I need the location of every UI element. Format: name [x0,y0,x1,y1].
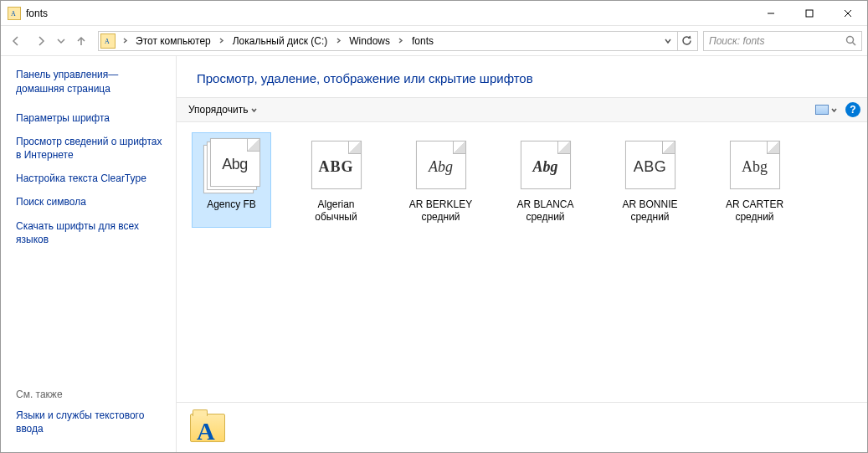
font-preview-icon: ABG [308,136,365,193]
chevron-down-icon [251,107,257,113]
font-item[interactable]: AbgAgency FB [192,132,271,228]
font-items-grid: AbgAgency FBABGAlgerian обычныйAbgAR BER… [177,122,867,402]
breadcrumb-windows[interactable]: Windows [346,32,393,50]
sidebar-link-font-info-online[interactable]: Просмотр сведений о шрифтах в Интернете [16,135,166,162]
font-preview-icon: Abg [413,136,470,193]
font-preview-icon: ABG [622,136,679,193]
font-item[interactable]: ABGAlgerian обычный [296,132,376,228]
font-preview-icon: Abg [203,136,260,193]
font-glyph: Abg [521,158,570,176]
address-history-dropdown[interactable] [660,32,675,50]
address-bar[interactable]: A Этот компьютер Локальный диск (C:) Win… [98,31,698,51]
organize-label: Упорядочить [188,104,248,116]
font-item[interactable]: AbgAR CARTER средний [715,132,794,228]
chevron-right-icon[interactable] [216,32,228,50]
font-preview-icon: Abg [517,136,574,193]
toolbar: Упорядочить ? [177,97,867,122]
sidebar-link-font-settings[interactable]: Параметры шрифта [16,111,166,125]
font-preview-icon: Abg [727,136,783,193]
chevron-right-icon[interactable] [395,32,407,50]
sidebar-link-text-services[interactable]: Языки и службы текстового ввода [16,409,166,435]
font-item-label: Algerian обычный [299,198,373,224]
nav-row: A Этот компьютер Локальный диск (C:) Win… [1,26,867,56]
font-item-label: Agency FB [207,198,256,211]
see-also-header: См. также [16,389,166,400]
refresh-button[interactable] [677,32,696,50]
recent-locations-button[interactable] [54,29,68,53]
svg-rect-2 [806,10,813,17]
font-item[interactable]: AbgAR BERKLEY средний [401,132,480,228]
sidebar-link-download-fonts[interactable]: Скачать шрифты для всех языков [16,219,166,246]
search-icon [845,35,856,46]
window-title: fonts [26,8,48,19]
font-glyph: Abg [211,156,259,173]
window-font-folder-icon: A [8,7,21,20]
svg-point-7 [847,37,854,44]
chevron-right-icon[interactable] [332,32,344,50]
up-button[interactable] [69,29,93,53]
close-button[interactable] [829,1,867,26]
sidebar: Панель управления— домашняя страница Пар… [1,56,177,452]
control-panel-home-link[interactable]: Панель управления— домашняя страница [16,68,166,96]
sidebar-link-find-character[interactable]: Поиск символа [16,195,166,208]
forward-button[interactable] [29,29,53,53]
minimize-button[interactable] [752,1,790,26]
view-thumbnail-icon [815,105,829,115]
svg-text:A: A [105,38,110,45]
font-glyph: ABG [626,158,675,176]
font-item[interactable]: AbgAR BLANCA средний [506,132,585,228]
font-glyph: ABG [312,158,361,176]
font-glyph: Abg [731,158,779,176]
font-item[interactable]: ABGAR BONNIE средний [610,132,690,228]
main-area: Просмотр, удаление, отображение или скры… [177,56,867,452]
font-glyph: Abg [417,158,465,176]
address-font-folder-icon: A [100,33,116,49]
breadcrumb-fonts[interactable]: fonts [408,32,437,50]
svg-text:A: A [11,10,16,18]
back-button[interactable] [4,29,28,53]
maximize-button[interactable] [790,1,829,26]
chevron-right-icon[interactable] [119,32,131,50]
breadcrumb-this-pc[interactable]: Этот компьютер [132,32,214,50]
svg-line-8 [853,43,856,46]
help-button[interactable]: ? [845,102,860,117]
organize-button[interactable]: Упорядочить [183,101,262,118]
details-pane: A [177,402,867,452]
page-title: Просмотр, удаление, отображение или скры… [177,56,867,97]
search-input[interactable] [709,35,845,47]
chevron-down-icon [831,107,837,113]
titlebar: A fonts [1,1,867,26]
view-options-button[interactable] [812,102,840,117]
search-box[interactable] [703,31,862,51]
font-item-label: AR BLANCA средний [508,198,583,224]
breadcrumb-local-disk[interactable]: Локальный диск (C:) [229,32,331,50]
font-item-label: AR CARTER средний [717,198,792,224]
font-item-label: AR BONNIE средний [613,198,687,224]
details-font-folder-icon: A [190,410,225,445]
sidebar-link-cleartype[interactable]: Настройка текста ClearType [16,172,166,185]
font-item-label: AR BERKLEY средний [403,198,478,224]
